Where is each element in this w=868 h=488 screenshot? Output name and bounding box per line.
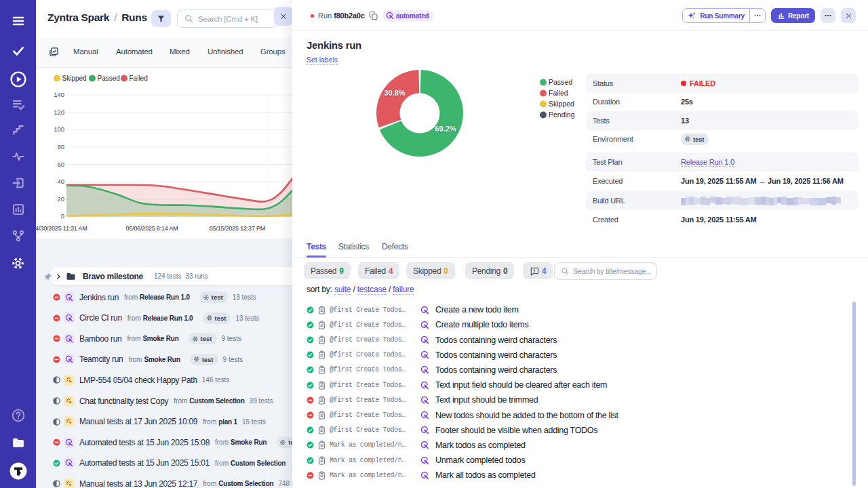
svg-text:69.2%: 69.2% (435, 125, 456, 133)
svg-text:60: 60 (57, 161, 64, 168)
svg-text:100: 100 (54, 125, 64, 133)
svg-text:Pending: Pending (549, 110, 575, 119)
svg-text:40: 40 (57, 178, 64, 185)
svg-text:Skipped: Skipped (549, 100, 574, 108)
svg-text:Passed: Passed (98, 75, 120, 82)
svg-text:05/15/2025 12:37 PM: 05/15/2025 12:37 PM (210, 225, 265, 232)
svg-text:120: 120 (54, 108, 64, 116)
svg-text:Failed: Failed (549, 89, 568, 97)
svg-text:Failed: Failed (130, 75, 148, 82)
svg-text:80: 80 (57, 143, 64, 150)
svg-text:30.8%: 30.8% (384, 89, 405, 97)
svg-text:Skipped: Skipped (62, 75, 87, 82)
svg-text:05/06/2025 8:14 AM: 05/06/2025 8:14 AM (126, 225, 178, 232)
svg-text:0: 0 (61, 212, 64, 220)
svg-text:20: 20 (57, 195, 64, 203)
svg-text:04/30/2025 11:31 AM: 04/30/2025 11:31 AM (32, 225, 87, 232)
svg-text:Passed: Passed (549, 78, 572, 86)
svg-text:140: 140 (54, 91, 64, 98)
